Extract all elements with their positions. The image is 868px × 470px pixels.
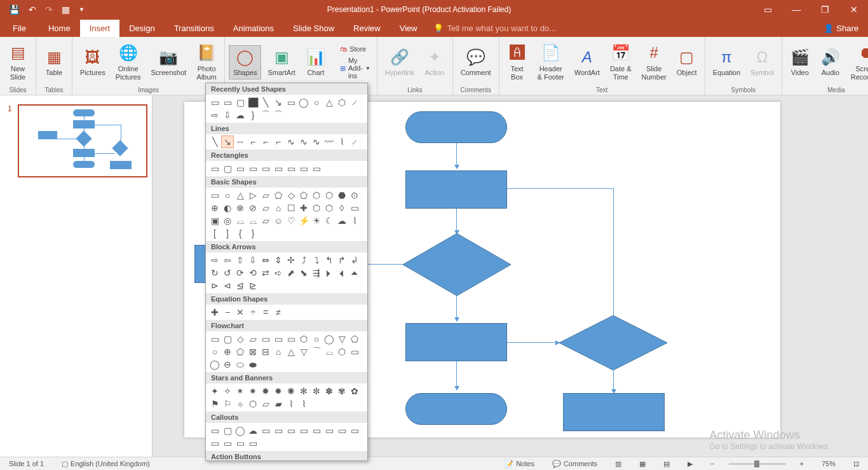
fc-9[interactable]: ○ [310,333,323,345]
basic-19[interactable]: ☐ [285,202,297,214]
fc-15[interactable]: ⬠ [234,345,247,358]
eq-6[interactable]: ≠ [272,306,285,319]
shape-tri[interactable]: △ [323,96,336,109]
fc-19[interactable]: △ [285,345,297,358]
st-12[interactable]: ✿ [348,385,361,397]
status-notes[interactable]: 📝Notes [501,460,538,468]
eq-3[interactable]: ✕ [234,306,247,319]
shape-roundrect[interactable]: ▢ [234,96,247,109]
co-12[interactable]: ▭ [348,424,361,437]
basic-1[interactable]: ▭ [208,189,221,202]
line-arrow[interactable]: ↘ [221,135,234,148]
photo-album-button[interactable]: 📔Photo Album [193,42,220,83]
st-20[interactable]: ⌇ [297,397,310,410]
fc-8[interactable]: ⬡ [297,333,310,345]
rect-6[interactable]: ▭ [272,162,285,175]
pictures-button[interactable]: 🖼Pictures [76,46,109,78]
co-1[interactable]: ▭ [208,424,221,437]
flowchart-process-right[interactable] [563,393,665,431]
co-3[interactable]: ◯ [234,424,247,437]
ba-21[interactable]: ⇶ [310,266,323,279]
fc-26[interactable]: ⊖ [221,358,234,371]
view-reading-icon[interactable]: ▤ [660,460,674,468]
fc-28[interactable]: ⬬ [247,358,259,371]
rect-1[interactable]: ▭ [208,162,221,175]
video-button[interactable]: 🎬Video [786,46,814,78]
st-19[interactable]: ⌇ [285,397,297,410]
minimize-icon[interactable]: — [782,0,811,19]
ba-23[interactable]: ⏴ [336,266,348,279]
co-16[interactable]: ▭ [247,437,259,450]
basic-11[interactable]: ⬣ [336,189,348,202]
ba-27[interactable]: ⊴ [234,279,247,292]
co-11[interactable]: ▭ [336,424,348,437]
header-footer-button[interactable]: 📄Header & Footer [534,42,568,83]
basic-29[interactable]: ▱ [259,214,272,227]
save-icon[interactable]: 💾 [9,4,20,15]
st-10[interactable]: ✽ [323,385,336,397]
ba-16[interactable]: ⟲ [247,266,259,279]
ba-4[interactable]: ⇩ [247,254,259,266]
st-7[interactable]: ✺ [285,385,297,397]
co-5[interactable]: ▭ [259,424,272,437]
flowchart-decision-2[interactable] [559,315,667,370]
line-elbow3[interactable]: ⌐ [272,135,285,148]
shape-oval[interactable]: ◯ [297,96,310,109]
tab-design[interactable]: Design [119,20,164,37]
fc-20[interactable]: ▽ [297,345,310,358]
basic-28[interactable]: ⌓ [247,214,259,227]
basic-24[interactable]: ▭ [348,202,361,214]
basic-34[interactable]: ☾ [323,214,336,227]
co-10[interactable]: ▭ [323,424,336,437]
basic-16[interactable]: ⊘ [247,202,259,214]
co-6[interactable]: ▭ [272,424,285,437]
shape-darrow[interactable]: ⇩ [221,109,234,121]
rect-3[interactable]: ▭ [234,162,247,175]
redo-icon[interactable]: ↷ [45,4,53,15]
new-slide-button[interactable]: ▤New Slide [4,42,32,83]
basic-21[interactable]: ⬡ [310,202,323,214]
date-time-button[interactable]: 📅Date & Time [606,42,635,83]
line-free[interactable]: 〰 [323,135,336,148]
screen-recording-button[interactable]: ⏺Screen Recording [847,42,868,83]
tell-me[interactable]: 💡Tell me what you want to do... [427,20,562,37]
fc-3[interactable]: ◇ [234,333,247,345]
ba-26[interactable]: ⊲ [221,279,234,292]
ba-28[interactable]: ⊵ [247,279,259,292]
ba-25[interactable]: ⊳ [208,279,221,292]
tab-home[interactable]: Home [39,20,80,37]
flowchart-arrow-2[interactable] [456,209,457,234]
chart-button[interactable]: 📊Chart [302,46,330,78]
basic-12[interactable]: ⊙ [348,189,361,202]
tab-view[interactable]: View [390,20,427,37]
rect-2[interactable]: ▢ [221,162,234,175]
st-18[interactable]: ▰ [272,397,285,410]
slide-number-button[interactable]: #Slide Number [638,42,670,83]
basic-7[interactable]: ◇ [285,189,297,202]
flowchart-arrow-1[interactable] [456,143,457,169]
shapes-button[interactable]: ◯Shapes [229,45,261,79]
st-15[interactable]: ⟐ [234,397,247,410]
co-14[interactable]: ▭ [221,437,234,450]
ba-9[interactable]: ⤵ [310,254,323,266]
text-box-button[interactable]: 🅰Text Box [503,42,531,83]
st-2[interactable]: ✧ [221,385,234,397]
ba-7[interactable]: ✢ [285,254,297,266]
basic-5[interactable]: ▱ [259,189,272,202]
shape-curve2[interactable]: ⌒ [272,109,285,121]
rect-7[interactable]: ▭ [285,162,297,175]
fc-1[interactable]: ▭ [208,333,221,345]
basic-6[interactable]: ⬠ [272,189,285,202]
fc-11[interactable]: ▽ [336,333,348,345]
rect-9[interactable]: ▭ [310,162,323,175]
st-9[interactable]: ✼ [310,385,323,397]
basic-17[interactable]: ▱ [259,202,272,214]
zoom-value[interactable]: 75% [818,460,839,467]
basic-33[interactable]: ☀ [310,214,323,227]
shape-rect2[interactable]: ▭ [285,96,297,109]
online-pictures-button[interactable]: 🌐Online Pictures [112,42,145,83]
line-1[interactable]: ╲ [208,135,221,148]
co-8[interactable]: ▭ [297,424,310,437]
basic-15[interactable]: ⊗ [234,202,247,214]
fc-23[interactable]: ⬡ [336,345,348,358]
